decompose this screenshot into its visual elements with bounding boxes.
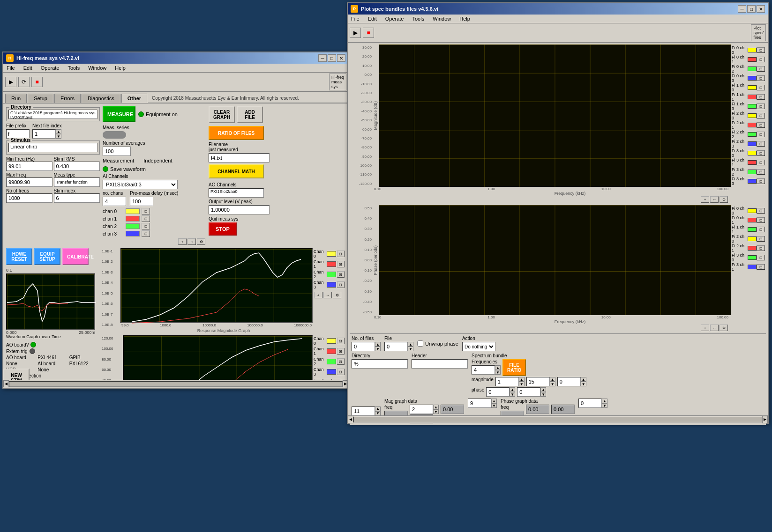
mag3-down[interactable]: ▼ [581, 382, 586, 386]
no-of-files-up[interactable]: ▲ [375, 342, 381, 347]
next-file-down[interactable]: ▼ [56, 134, 61, 139]
no-of-freqs-display[interactable]: 1000 [6, 193, 52, 203]
plot-menu-file[interactable]: File [350, 15, 361, 22]
val-11-display[interactable]: 11 [352, 406, 375, 416]
graph-settings-btn[interactable]: ⚙ [197, 238, 205, 245]
phase2-up[interactable]: ▲ [540, 387, 546, 392]
rleg-fi3ch3-toggle[interactable]: ⊡ [757, 178, 765, 184]
unwrap-phase-checkbox[interactable] [417, 340, 423, 347]
next-file-up[interactable]: ▲ [56, 129, 61, 134]
calibrate-button[interactable]: CALIBRATE [62, 248, 89, 265]
rleg-fi0ch3-toggle[interactable]: ⊡ [757, 75, 765, 81]
chan-0-btn[interactable]: ⊡ [142, 208, 150, 214]
minimize-btn[interactable]: ─ [318, 54, 327, 62]
phase-val1-display[interactable]: 0 [486, 387, 510, 397]
close-btn[interactable]: ✕ [337, 54, 345, 62]
meas-series-toggle[interactable] [103, 131, 126, 139]
pphase-settings-btn[interactable]: ⚙ [720, 325, 728, 331]
rleg-fi0ch2-toggle[interactable]: ⊡ [757, 66, 765, 72]
val11-up[interactable]: ▲ [375, 406, 381, 411]
mag1-down[interactable]: ▼ [519, 382, 525, 386]
pre-meas-delay-display[interactable]: 100 [130, 197, 153, 206]
val9-down[interactable]: ▼ [491, 403, 497, 408]
file-num-up[interactable]: ▲ [408, 342, 413, 347]
file-prefix-input[interactable] [6, 129, 30, 139]
tab-diagnostics[interactable]: Diagnostics [82, 94, 120, 103]
plot-maximize-btn[interactable]: □ [747, 5, 756, 13]
val11-down[interactable]: ▼ [375, 411, 381, 416]
freq-down[interactable]: ▼ [495, 370, 501, 375]
val9-up[interactable]: ▲ [491, 399, 497, 403]
pphase-zoom-btn[interactable]: + [701, 325, 709, 331]
save-waveform-led[interactable] [103, 166, 108, 172]
plot-menu-window[interactable]: Window [431, 15, 452, 22]
output-level-display[interactable]: 1.00000 [209, 205, 270, 214]
rleg-fi3ch0-toggle[interactable]: ⊡ [757, 150, 765, 156]
mag-val2-outer-up[interactable]: ▲ [433, 405, 439, 409]
rleg-fi1ch3-toggle[interactable]: ⊡ [757, 103, 765, 109]
plot-scroll-right[interactable]: ▶ [762, 416, 768, 423]
rleg-fi0ch1-toggle[interactable]: ⊡ [757, 57, 765, 62]
rleg-fi1ch0-toggle[interactable]: ⊡ [757, 85, 765, 90]
mag-chan-3-btn[interactable]: ⊡ [337, 281, 345, 288]
prleg-fi2ch0-toggle[interactable]: ⊡ [757, 236, 765, 242]
plot-close-btn[interactable]: ✕ [757, 5, 765, 13]
phase-chan-0-btn[interactable]: ⊡ [337, 338, 345, 344]
action-select[interactable]: Do nothing [462, 342, 495, 351]
val0-down[interactable]: ▼ [602, 403, 607, 408]
file-ratio-button[interactable]: FILE RATIO [502, 359, 526, 376]
menu-help[interactable]: Help [113, 65, 127, 71]
clear-graph-button[interactable]: CLEARGRAPH [209, 106, 235, 123]
rleg-fi3ch1-toggle[interactable]: ⊡ [757, 160, 765, 165]
val0-up[interactable]: ▲ [602, 399, 607, 403]
prleg-fi0ch0-toggle[interactable]: ⊡ [757, 208, 765, 214]
mag-chan-1-btn[interactable]: ⊡ [337, 261, 345, 267]
no-of-files-display[interactable]: 0 [352, 342, 375, 351]
channel-math-button[interactable]: CHANNEL MATH [209, 164, 264, 178]
file-num-down[interactable]: ▼ [408, 347, 413, 351]
rleg-fi2ch2-toggle[interactable]: ⊡ [757, 132, 765, 137]
mag-chan-2-btn[interactable]: ⊡ [337, 271, 345, 278]
hdwe-reset-button[interactable]: HDWERESET [6, 248, 32, 265]
plot-menu-edit[interactable]: Edit [367, 15, 378, 22]
no-of-files-down[interactable]: ▼ [375, 347, 381, 351]
pmag-zoom-btn[interactable]: + [701, 196, 709, 203]
frequencies-display[interactable]: 4 [472, 365, 495, 375]
plot-menu-tools[interactable]: Tools [411, 15, 426, 22]
menu-operate[interactable]: Operate [39, 65, 61, 71]
min-freq-display[interactable]: 99.01 [6, 162, 52, 171]
prleg-fi3ch0-toggle[interactable]: ⊡ [757, 255, 765, 260]
phase-chan-3-btn[interactable]: ⊡ [337, 369, 345, 375]
rleg-fi2ch0-toggle[interactable]: ⊡ [757, 113, 765, 118]
plot-scroll-left[interactable]: ◀ [348, 416, 353, 423]
rleg-fi3ch2-toggle[interactable]: ⊡ [757, 169, 765, 175]
meas-type-display[interactable]: Transfer function [54, 177, 100, 187]
scroll-track[interactable] [9, 381, 343, 387]
mag-val1-display[interactable]: 1 [495, 377, 519, 386]
add-file-button[interactable]: ADDFILE [237, 106, 263, 123]
prleg-fi3ch1-toggle[interactable]: ⊡ [757, 264, 765, 270]
ratio-of-files-button[interactable]: RATIO OF FILES [209, 126, 264, 140]
plot-directory-display[interactable]: % [352, 359, 408, 369]
ao-channels-display[interactable]: PXI1Slot2/ao0 [209, 188, 264, 198]
mag-zoom-btn[interactable]: + [314, 292, 322, 298]
scroll-left-btn[interactable]: ◀ [3, 380, 9, 388]
num-averages-display[interactable]: 100 [103, 147, 131, 156]
pphase-cursor-btn[interactable]: ↔ [710, 325, 719, 331]
phase-val2-display[interactable]: 0 [517, 387, 540, 397]
phase1-down[interactable]: ▼ [510, 392, 515, 397]
max-freq-display[interactable]: 99009.90 [6, 177, 52, 187]
phase-chan-1-btn[interactable]: ⊡ [337, 348, 345, 355]
stimulus-type-display[interactable]: Linear chirp [8, 143, 97, 152]
filename-display[interactable]: f4.txt [209, 153, 270, 163]
chan-2-btn[interactable]: ⊡ [142, 223, 150, 229]
tab-errors[interactable]: Errors [54, 94, 81, 103]
mag-val2-outer-display[interactable]: 2 [410, 405, 433, 414]
plot-menu-help[interactable]: Help [458, 15, 472, 22]
maximize-btn[interactable]: □ [328, 54, 336, 62]
mag-val2-outer-down[interactable]: ▼ [433, 409, 439, 414]
mag-cursor-btn[interactable]: ↔ [323, 292, 332, 298]
prleg-fi1ch1-toggle[interactable]: ⊡ [757, 227, 765, 232]
menu-tools[interactable]: Tools [66, 65, 81, 71]
prleg-fi2ch1-toggle[interactable]: ⊡ [757, 245, 765, 251]
